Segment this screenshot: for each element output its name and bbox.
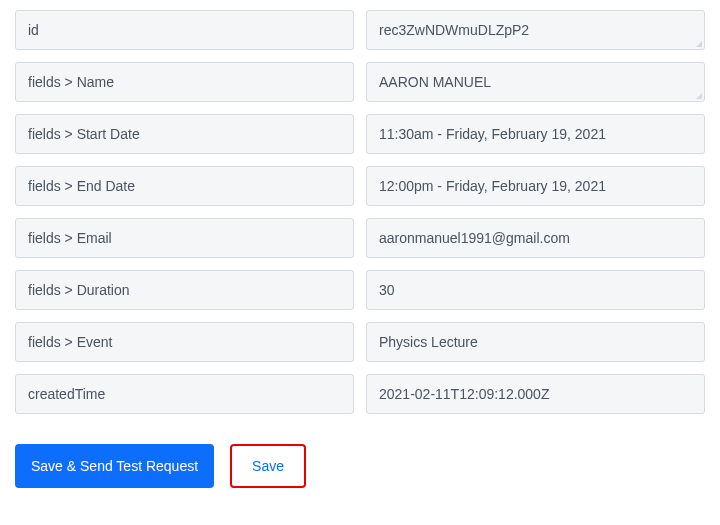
field-row: fields > End Date 12:00pm - Friday, Febr… <box>15 166 705 206</box>
field-value[interactable]: aaronmanuel1991@gmail.com <box>366 218 705 258</box>
field-value[interactable]: 12:00pm - Friday, February 19, 2021 <box>366 166 705 206</box>
field-row: fields > Name AARON MANUEL <box>15 62 705 102</box>
save-highlight: Save <box>230 444 306 488</box>
button-bar: Save & Send Test Request Save <box>0 426 720 488</box>
field-key[interactable]: fields > Start Date <box>15 114 354 154</box>
field-value[interactable]: Physics Lecture <box>366 322 705 362</box>
field-key[interactable]: createdTime <box>15 374 354 414</box>
field-key[interactable]: fields > Event <box>15 322 354 362</box>
field-key[interactable]: fields > End Date <box>15 166 354 206</box>
save-send-test-button[interactable]: Save & Send Test Request <box>15 444 214 488</box>
field-row: createdTime 2021-02-11T12:09:12.000Z <box>15 374 705 414</box>
field-key[interactable]: fields > Email <box>15 218 354 258</box>
field-value[interactable]: AARON MANUEL <box>366 62 705 102</box>
field-value[interactable]: 2021-02-11T12:09:12.000Z <box>366 374 705 414</box>
field-value[interactable]: 30 <box>366 270 705 310</box>
field-key[interactable]: fields > Duration <box>15 270 354 310</box>
field-row: fields > Duration 30 <box>15 270 705 310</box>
save-button[interactable]: Save <box>234 448 302 484</box>
field-value[interactable]: 11:30am - Friday, February 19, 2021 <box>366 114 705 154</box>
field-row: id rec3ZwNDWmuDLZpP2 <box>15 10 705 50</box>
field-row: fields > Email aaronmanuel1991@gmail.com <box>15 218 705 258</box>
fields-container: id rec3ZwNDWmuDLZpP2 fields > Name AARON… <box>0 0 720 414</box>
field-row: fields > Start Date 11:30am - Friday, Fe… <box>15 114 705 154</box>
field-value[interactable]: rec3ZwNDWmuDLZpP2 <box>366 10 705 50</box>
field-key[interactable]: id <box>15 10 354 50</box>
field-row: fields > Event Physics Lecture <box>15 322 705 362</box>
field-key[interactable]: fields > Name <box>15 62 354 102</box>
